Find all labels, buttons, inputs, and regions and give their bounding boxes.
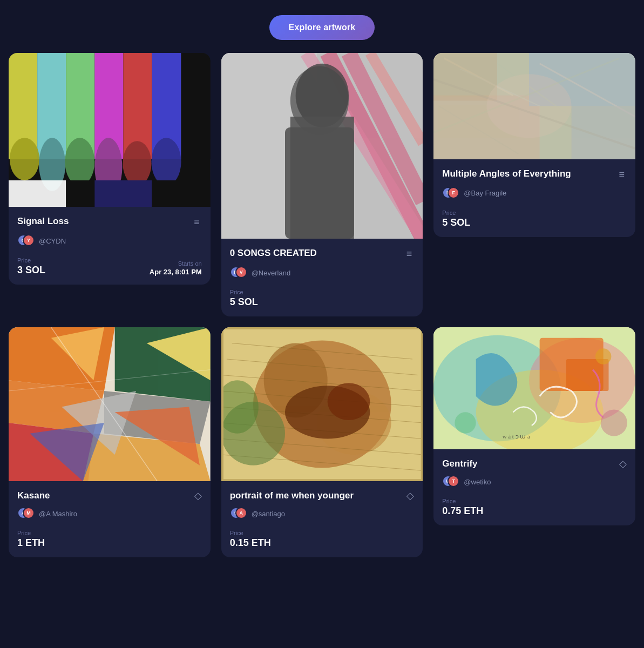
avatar-row: C Y @CYDN (17, 234, 202, 247)
avatar-row: S A @santiago (230, 507, 415, 520)
card-title: 0 SONGS CREATED (230, 247, 404, 259)
card-image-multiple-angles (433, 53, 635, 159)
price-label: Price (17, 257, 45, 264)
card-portrait-younger[interactable]: portrait of me when younger ◇ S A @santi… (221, 327, 423, 557)
price-block: Price 0.75 ETH (442, 498, 483, 517)
artwork-grid: Signal Loss ≡ C Y @CYDN Price 3 SOL Star… (9, 53, 635, 557)
card-image-kasane (9, 327, 211, 481)
card-image-portrait-younger (221, 327, 423, 481)
avatar-row: W T @wetiko (442, 475, 627, 488)
price-section-kasane: Price 1 ETH (9, 530, 211, 549)
card-multiple-angles[interactable]: Multiple Angles of Everything ≡ B F @Bay… (433, 53, 635, 237)
avatar-stack: S A (230, 507, 247, 520)
card-title: Kasane (17, 490, 194, 502)
svg-point-72 (327, 383, 370, 420)
eth-icon: ◇ (194, 490, 202, 502)
price-label: Price (230, 530, 271, 536)
price-label: Price (17, 530, 45, 536)
card-body-signal-loss: Signal Loss ≡ C Y @CYDN (9, 207, 211, 257)
price-value: 5 SOL (442, 217, 470, 228)
price-section-portrait-younger: Price 0.15 ETH (221, 530, 423, 549)
card-title: Multiple Angles of Everything (442, 168, 616, 180)
card-gentrify[interactable]: w á t ɔ ɯ á Gentrify ◇ W T @wetiko (433, 327, 635, 525)
price-block: Price 3 SOL (17, 257, 45, 276)
avatar-secondary: F (448, 187, 459, 199)
starts-value: Apr 23, 8:01 PM (150, 268, 202, 276)
card-image-signal-loss (9, 53, 211, 207)
username: @CYDN (39, 237, 66, 245)
avatar-secondary: Y (23, 234, 35, 246)
svg-point-84 (595, 348, 611, 364)
price-label: Price (442, 210, 470, 216)
starts-block: Starts on Apr 23, 8:01 PM (150, 260, 202, 276)
price-value: 0.15 ETH (230, 537, 271, 549)
price-label: Price (442, 498, 483, 504)
menu-icon[interactable]: ≡ (616, 168, 627, 181)
avatar-row: N V @Neverland (230, 266, 415, 279)
svg-rect-39 (433, 53, 497, 100)
card-signal-loss[interactable]: Signal Loss ≡ C Y @CYDN Price 3 SOL Star… (9, 53, 211, 285)
svg-point-86 (601, 410, 627, 436)
username: @A Mashiro (39, 510, 77, 518)
card-body-o-songs: 0 SONGS CREATED ≡ N V @Neverland (221, 239, 423, 289)
svg-rect-40 (572, 106, 635, 159)
price-section-multiple-angles: Price 5 SOL (433, 210, 635, 228)
svg-rect-7 (181, 53, 211, 159)
eth-icon: ◇ (406, 490, 414, 502)
avatar-row: B F @Bay Fragile (442, 187, 627, 200)
svg-rect-17 (152, 180, 210, 207)
card-title: portrait of me when younger (230, 490, 407, 502)
card-body-multiple-angles: Multiple Angles of Everything ≡ B F @Bay… (433, 159, 635, 210)
card-body-portrait-younger: portrait of me when younger ◇ S A @santi… (221, 481, 423, 530)
price-value: 3 SOL (17, 265, 45, 276)
explore-artwork-button[interactable]: Explore artwork (269, 15, 375, 40)
username: @wetiko (464, 478, 491, 486)
price-section-signal-loss: Price 3 SOL Starts on Apr 23, 8:01 PM (9, 257, 211, 276)
card-body-kasane: Kasane ◇ A M @A Mashiro (9, 481, 211, 530)
username: @santiago (252, 510, 285, 518)
svg-rect-16 (94, 180, 152, 207)
card-image-gentrify: w á t ɔ ɯ á (433, 327, 635, 449)
avatar-secondary: M (23, 507, 35, 519)
card-o-songs[interactable]: 0 SONGS CREATED ≡ N V @Neverland Price 5… (221, 53, 423, 316)
username: @Bay Fragile (464, 189, 506, 197)
avatar-secondary: V (235, 266, 247, 278)
card-title: Gentrify (442, 458, 619, 470)
menu-icon[interactable]: ≡ (192, 215, 202, 229)
card-title: Signal Loss (17, 215, 192, 227)
svg-text:w á t ɔ ɯ á: w á t ɔ ɯ á (503, 434, 530, 440)
price-block: Price 5 SOL (442, 210, 470, 228)
svg-point-85 (455, 412, 476, 433)
eth-icon: ◇ (619, 458, 627, 470)
card-image-o-songs (221, 53, 423, 239)
svg-point-10 (65, 138, 94, 185)
card-kasane[interactable]: Kasane ◇ A M @A Mashiro Price 1 ETH (9, 327, 211, 557)
price-value: 1 ETH (17, 537, 45, 549)
price-value: 5 SOL (230, 296, 258, 308)
avatar-stack: C Y (17, 234, 35, 247)
svg-point-12 (123, 141, 151, 186)
svg-rect-15 (66, 180, 94, 207)
avatar-secondary: A (235, 507, 247, 519)
price-value: 0.75 ETH (442, 505, 483, 517)
price-section-gentrify: Price 0.75 ETH (433, 498, 635, 517)
avatar-stack: A M (17, 507, 35, 520)
avatar-stack: B F (442, 187, 459, 200)
card-body-gentrify: Gentrify ◇ W T @wetiko (433, 449, 635, 498)
starts-label: Starts on (150, 260, 202, 267)
menu-icon[interactable]: ≡ (404, 247, 415, 261)
username: @Neverland (252, 269, 290, 277)
svg-point-13 (152, 138, 181, 185)
price-label: Price (230, 289, 258, 295)
svg-point-8 (10, 138, 39, 180)
svg-rect-29 (290, 117, 354, 239)
avatar-row: A M @A Mashiro (17, 507, 202, 520)
price-block: Price 5 SOL (230, 289, 258, 308)
header: Explore artwork (9, 9, 635, 53)
avatar-secondary: T (448, 475, 459, 487)
price-block: Price 1 ETH (17, 530, 45, 549)
price-section-o-songs: Price 5 SOL (221, 289, 423, 308)
avatar-stack: N V (230, 266, 247, 279)
svg-rect-14 (9, 180, 66, 207)
avatar-stack: W T (442, 475, 459, 488)
